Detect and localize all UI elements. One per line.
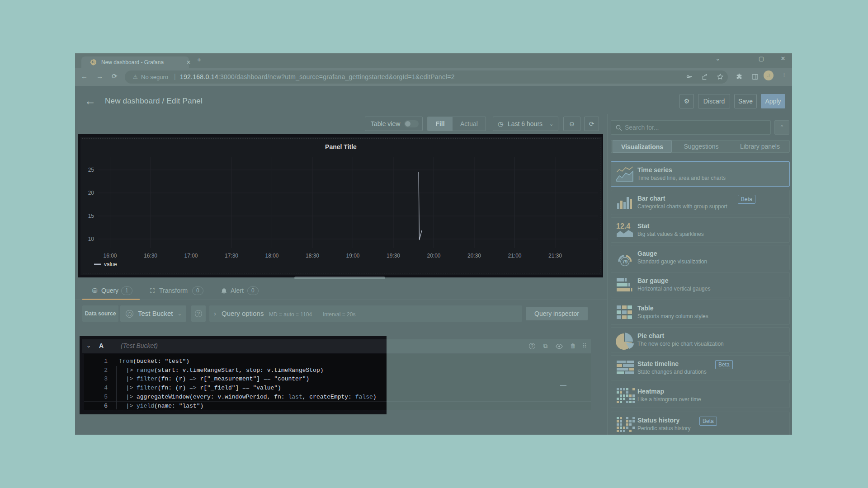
svg-text:79: 79 (622, 259, 627, 264)
svg-text:16:00: 16:00 (103, 253, 117, 259)
svg-text:19:30: 19:30 (387, 253, 400, 259)
svg-text:Panel Title: Panel Title (325, 143, 357, 150)
svg-text:20:00: 20:00 (427, 253, 440, 259)
svg-text:17:00: 17:00 (184, 253, 198, 259)
svg-text:12.4: 12.4 (616, 222, 630, 230)
svg-text:25: 25 (88, 167, 94, 173)
svg-text:20:30: 20:30 (467, 253, 481, 259)
svg-text:18:00: 18:00 (265, 253, 278, 259)
svg-text:17:30: 17:30 (225, 253, 238, 259)
svg-text:20: 20 (88, 190, 94, 196)
svg-text:19:00: 19:00 (346, 253, 359, 259)
svg-text:15: 15 (88, 213, 94, 219)
svg-text:J: J (767, 73, 770, 78)
svg-text:21:30: 21:30 (548, 253, 562, 259)
svg-text:16:30: 16:30 (144, 253, 157, 259)
svg-text:18:30: 18:30 (306, 253, 319, 259)
svg-text:21:00: 21:00 (508, 253, 521, 259)
svg-text:value: value (104, 261, 117, 267)
svg-text:10: 10 (88, 236, 94, 242)
